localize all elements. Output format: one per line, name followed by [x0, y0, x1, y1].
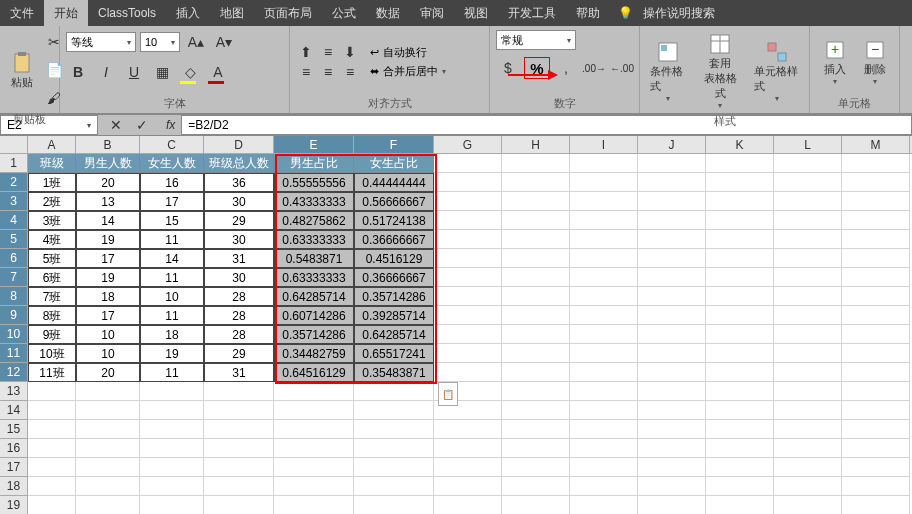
cell-B17[interactable]	[76, 458, 140, 477]
cell-H7[interactable]	[502, 268, 570, 287]
italic-button[interactable]: I	[94, 60, 118, 84]
cell-B9[interactable]: 17	[76, 306, 140, 325]
cell-I18[interactable]	[570, 477, 638, 496]
menu-tab-ClassTools[interactable]: ClassTools	[88, 0, 166, 26]
cell-E2[interactable]: 0.55555556	[274, 173, 354, 192]
cell-K14[interactable]	[706, 401, 774, 420]
cell-B15[interactable]	[76, 420, 140, 439]
cell-C1[interactable]: 女生人数	[140, 154, 204, 173]
menu-tab-数据[interactable]: 数据	[366, 0, 410, 26]
cell-E17[interactable]	[274, 458, 354, 477]
cell-A11[interactable]: 10班	[28, 344, 76, 363]
column-header-B[interactable]: B	[76, 136, 140, 153]
cell-D8[interactable]: 28	[204, 287, 274, 306]
cell-G2[interactable]	[434, 173, 502, 192]
format-as-table-button[interactable]: 套用 表格格式▾	[698, 30, 742, 112]
cell-C11[interactable]: 19	[140, 344, 204, 363]
cell-K3[interactable]	[706, 192, 774, 211]
column-header-K[interactable]: K	[706, 136, 774, 153]
cell-L6[interactable]	[774, 249, 842, 268]
cell-J4[interactable]	[638, 211, 706, 230]
cell-G19[interactable]	[434, 496, 502, 514]
row-header-10[interactable]: 10	[0, 325, 28, 344]
cell-G5[interactable]	[434, 230, 502, 249]
cell-D3[interactable]: 30	[204, 192, 274, 211]
cell-L8[interactable]	[774, 287, 842, 306]
cell-J9[interactable]	[638, 306, 706, 325]
cell-H11[interactable]	[502, 344, 570, 363]
paste-button[interactable]: 粘贴	[6, 49, 38, 92]
cell-L19[interactable]	[774, 496, 842, 514]
conditional-formatting-button[interactable]: 条件格式▾	[646, 38, 690, 105]
cell-C18[interactable]	[140, 477, 204, 496]
cell-B12[interactable]: 20	[76, 363, 140, 382]
cell-L16[interactable]	[774, 439, 842, 458]
cell-F9[interactable]: 0.39285714	[354, 306, 434, 325]
cell-J6[interactable]	[638, 249, 706, 268]
cell-G9[interactable]	[434, 306, 502, 325]
font-name-select[interactable]: 等线▾	[66, 32, 136, 52]
cell-D17[interactable]	[204, 458, 274, 477]
cell-C19[interactable]	[140, 496, 204, 514]
cell-I15[interactable]	[570, 420, 638, 439]
cell-D19[interactable]	[204, 496, 274, 514]
cell-I12[interactable]	[570, 363, 638, 382]
cell-B1[interactable]: 男生人数	[76, 154, 140, 173]
cell-F8[interactable]: 0.35714286	[354, 287, 434, 306]
cell-L17[interactable]	[774, 458, 842, 477]
currency-button[interactable]: $	[496, 56, 520, 80]
cell-B7[interactable]: 19	[76, 268, 140, 287]
cell-M16[interactable]	[842, 439, 910, 458]
cell-E19[interactable]	[274, 496, 354, 514]
cell-B18[interactable]	[76, 477, 140, 496]
cell-H18[interactable]	[502, 477, 570, 496]
row-header-5[interactable]: 5	[0, 230, 28, 249]
cell-G10[interactable]	[434, 325, 502, 344]
cell-D1[interactable]: 班级总人数	[204, 154, 274, 173]
cell-J18[interactable]	[638, 477, 706, 496]
cell-F2[interactable]: 0.44444444	[354, 173, 434, 192]
cell-I4[interactable]	[570, 211, 638, 230]
cell-L11[interactable]	[774, 344, 842, 363]
cell-I7[interactable]	[570, 268, 638, 287]
cell-H19[interactable]	[502, 496, 570, 514]
underline-button[interactable]: U	[122, 60, 146, 84]
menu-tab-页面布局[interactable]: 页面布局	[254, 0, 322, 26]
cell-C2[interactable]: 16	[140, 173, 204, 192]
cell-E18[interactable]	[274, 477, 354, 496]
cell-C8[interactable]: 10	[140, 287, 204, 306]
cell-K13[interactable]	[706, 382, 774, 401]
cell-G16[interactable]	[434, 439, 502, 458]
select-all-corner[interactable]	[0, 136, 28, 153]
cell-A19[interactable]	[28, 496, 76, 514]
cell-J17[interactable]	[638, 458, 706, 477]
column-header-I[interactable]: I	[570, 136, 638, 153]
cell-A8[interactable]: 7班	[28, 287, 76, 306]
align-bottom-icon[interactable]: ⬇	[340, 43, 360, 61]
cell-H5[interactable]	[502, 230, 570, 249]
cell-M10[interactable]	[842, 325, 910, 344]
cell-F18[interactable]	[354, 477, 434, 496]
cell-E14[interactable]	[274, 401, 354, 420]
cell-C7[interactable]: 11	[140, 268, 204, 287]
cell-L15[interactable]	[774, 420, 842, 439]
cell-K19[interactable]	[706, 496, 774, 514]
cell-H9[interactable]	[502, 306, 570, 325]
row-header-7[interactable]: 7	[0, 268, 28, 287]
column-header-G[interactable]: G	[434, 136, 502, 153]
cell-E9[interactable]: 0.60714286	[274, 306, 354, 325]
decrease-font-icon[interactable]: A▾	[212, 30, 236, 54]
cell-J15[interactable]	[638, 420, 706, 439]
cell-L12[interactable]	[774, 363, 842, 382]
cell-M5[interactable]	[842, 230, 910, 249]
cell-I19[interactable]	[570, 496, 638, 514]
cell-G6[interactable]	[434, 249, 502, 268]
cell-I14[interactable]	[570, 401, 638, 420]
cell-D14[interactable]	[204, 401, 274, 420]
cell-L13[interactable]	[774, 382, 842, 401]
merge-center-button[interactable]: ⬌合并后居中▾	[370, 64, 446, 79]
row-header-13[interactable]: 13	[0, 382, 28, 401]
row-header-16[interactable]: 16	[0, 439, 28, 458]
cell-G17[interactable]	[434, 458, 502, 477]
cell-A12[interactable]: 11班	[28, 363, 76, 382]
